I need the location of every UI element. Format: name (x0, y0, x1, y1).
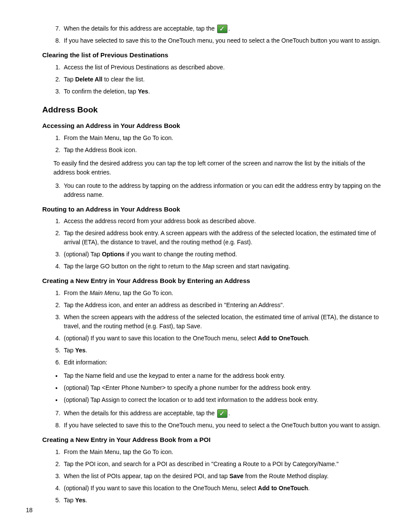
list-item: If you have selected to save this to the… (62, 36, 385, 45)
list-item: From the Main Menu, tap the Go To icon. (62, 289, 385, 298)
document-content: When the details for this address are ac… (26, 24, 385, 505)
accessing-steps: From the Main Menu, tap the Go To icon. … (42, 134, 385, 155)
text: When the details for this address are ac… (64, 25, 216, 32)
routing-steps: Access the address record from your addr… (42, 217, 385, 271)
list-item: Tap the Name field and use the keypad to… (62, 371, 385, 380)
list-item: When the details for this address are ac… (62, 24, 385, 33)
bold-text: Yes (75, 497, 85, 504)
creating-addr-steps-continued: When the details for this address are ac… (42, 409, 385, 430)
text: (optional) If you want to save this loca… (64, 485, 258, 492)
creating-addr-steps: From the Main Menu, tap the Go To icon. … (42, 289, 385, 367)
text: . (148, 88, 150, 95)
clearing-steps: Access the list of Previous Destinations… (42, 63, 385, 96)
list-item: Edit information: (62, 358, 385, 367)
list-item: Tap Yes. (62, 346, 385, 355)
text: . (86, 347, 87, 354)
note-text: To easily find the desired address you c… (53, 159, 385, 177)
bold-text: Yes (75, 347, 85, 354)
text: to clear the list. (103, 76, 145, 83)
bold-text: Save (229, 473, 243, 479)
text: screen and start navigating. (214, 263, 290, 270)
section-heading: Creating a New Entry in Your Address Boo… (42, 276, 385, 286)
list-item: When the screen appears with the address… (62, 313, 385, 331)
bold-text: Add to OneTouch (258, 485, 308, 492)
list-item: Tap the Address icon, and enter an addre… (62, 301, 385, 310)
checkmark-icon (217, 409, 227, 418)
section-heading: Routing to an Address in Your Address Bo… (42, 205, 385, 215)
list-item: (optional) Tap Assign to correct the loc… (62, 395, 385, 404)
italic-text: Main Menu (90, 289, 119, 296)
bold-text: Options (102, 251, 125, 258)
text: . (308, 335, 310, 342)
section-heading: Creating a New Entry in Your Address Boo… (42, 435, 385, 445)
list-item: Tap the Address Book icon. (62, 146, 385, 155)
list-item: To confirm the deletion, tap Yes. (62, 87, 385, 96)
text: Tap (64, 76, 75, 83)
list-item: When the list of POIs appear, tap on the… (62, 472, 385, 481)
text: When the details for this address are ac… (64, 410, 216, 417)
text: (optional) If you want to save this loca… (64, 335, 258, 342)
list-item: (optional) Tap Options if you want to ch… (62, 250, 385, 259)
text: (optional) Tap (64, 251, 102, 258)
list-item: When the details for this address are ac… (62, 409, 385, 418)
bold-text: Add to OneTouch (258, 335, 308, 342)
text: Tap (64, 347, 75, 354)
list-item: Tap the large GO button on the right to … (62, 262, 385, 271)
text: . (308, 485, 310, 492)
text: if you want to change the routing method… (125, 251, 237, 258)
text: . (228, 410, 230, 417)
page-number: 18 (26, 506, 33, 515)
list-item: From the Main Menu, tap the Go To icon. (62, 448, 385, 457)
text: Tap the large GO button on the right to … (64, 263, 202, 270)
creating-poi-steps: From the Main Menu, tap the Go To icon. … (42, 448, 385, 505)
list-item: Tap the desired address book entry. A sc… (62, 229, 385, 247)
section-heading: Accessing an Address in Your Address Boo… (42, 121, 385, 131)
list-item: If you have selected to save this to the… (62, 421, 385, 430)
text: from the Route Method display. (243, 473, 328, 479)
text: . (86, 497, 87, 504)
list-item: Access the list of Previous Destinations… (62, 63, 385, 72)
list-item: Access the address record from your addr… (62, 217, 385, 226)
text: Tap (64, 497, 75, 504)
text: . (228, 25, 230, 32)
list-item: Tap Yes. (62, 496, 385, 505)
list-item: (optional) Tap <Enter Phone Number> to s… (62, 383, 385, 392)
list-item: Tap Delete All to clear the list. (62, 75, 385, 84)
creating-addr-bullets: Tap the Name field and use the keypad to… (42, 371, 385, 404)
bold-text: Yes (138, 88, 148, 95)
list-item: (optional) If you want to save this loca… (62, 484, 385, 493)
accessing-steps-continued: You can route to the address by tapping … (42, 181, 385, 199)
text: From the (64, 289, 90, 296)
top-continued-steps: When the details for this address are ac… (42, 24, 385, 45)
text: , tap the Go To icon. (119, 289, 173, 296)
text: To confirm the deletion, tap (64, 88, 138, 95)
bold-text: Delete All (75, 76, 102, 83)
text: When the list of POIs appear, tap on the… (64, 473, 229, 479)
section-heading-address-book: Address Book (42, 104, 385, 116)
list-item: From the Main Menu, tap the Go To icon. (62, 134, 385, 143)
list-item: (optional) If you want to save this loca… (62, 334, 385, 343)
checkmark-icon (217, 25, 227, 33)
italic-text: Map (202, 263, 214, 270)
list-item: Tap the POI icon, and search for a POI a… (62, 460, 385, 469)
section-heading: Clearing the list of Previous Destinatio… (42, 50, 385, 60)
list-item: You can route to the address by tapping … (62, 181, 385, 199)
